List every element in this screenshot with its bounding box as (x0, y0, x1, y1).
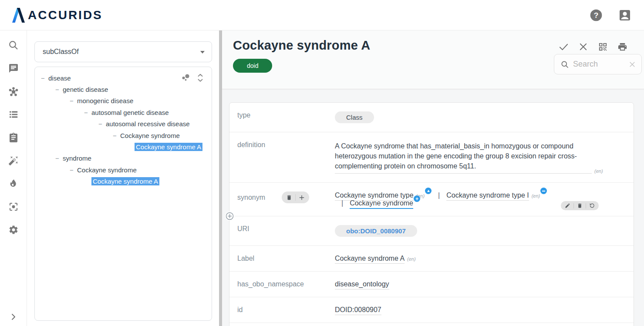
value-text[interactable]: Cockayne syndrome A (335, 255, 405, 264)
tree-collapse-toggle[interactable]: − (113, 132, 120, 139)
property-key: type (237, 111, 250, 119)
sidebar-item-graph[interactable] (8, 86, 19, 97)
sidebar-item-focus[interactable] (8, 202, 19, 212)
synonym-text[interactable]: Cockayne syndrome type I (446, 192, 529, 201)
tree-item-label[interactable]: autosomal recessive disease (106, 120, 190, 128)
tree-item-label[interactable]: Cockayne syndrome (120, 132, 180, 139)
brand-text: ACCURIDS (28, 8, 103, 22)
flame-icon (8, 178, 19, 189)
tree-item-label[interactable]: Cockayne syndrome A (135, 143, 202, 151)
value-pill: Class (335, 111, 374, 123)
property-value: obo:DOID_0080907 (335, 216, 634, 245)
property-search (554, 54, 642, 74)
property-value: A Cockayne syndrome that has_material_ba… (335, 132, 634, 182)
tree-row: −Cockayne syndrome (40, 130, 206, 141)
sidebar-item-comments[interactable] (8, 63, 19, 74)
add-statement-button[interactable] (225, 212, 234, 221)
panel-resizer[interactable] (219, 30, 222, 326)
account-icon[interactable] (618, 8, 632, 22)
sidebar-item-auto-fix[interactable] (8, 155, 19, 166)
tree-collapse-toggle[interactable]: − (41, 74, 48, 82)
uri-link[interactable]: obo:DOID_0080907 (335, 225, 417, 237)
trash-icon[interactable] (577, 203, 583, 208)
plus-glyph: + (415, 196, 418, 202)
tree-item-label[interactable]: disease (48, 74, 71, 82)
caret-up-badge-icon[interactable] (425, 188, 432, 194)
help-icon[interactable]: ? (589, 8, 603, 22)
tree-collapse-toggle[interactable]: − (98, 120, 106, 128)
sidebar-item-settings[interactable] (8, 225, 19, 235)
search-icon (560, 60, 569, 69)
hub-icon (8, 86, 19, 97)
value-text[interactable]: DOID:0080907 (335, 306, 381, 315)
synonym-item: Cockayne syndrome type I(en) (446, 192, 547, 199)
print-icon[interactable] (617, 42, 627, 52)
tree-row: −genetic disease (40, 84, 206, 95)
property-row-in-subset: in_subsetDO_rare_slim (229, 323, 634, 326)
wand-icon (8, 155, 19, 166)
app-window: ACCURIDS ? subClassOf −disease−genetic d… (0, 0, 644, 326)
tree-item-label[interactable]: genetic disease (63, 86, 108, 93)
value-text[interactable]: disease_ontology (335, 280, 389, 289)
qr-code-icon[interactable] (598, 42, 608, 52)
relation-selector-value: subClassOf (43, 48, 79, 56)
caret-up-glyph (427, 190, 430, 192)
tree-root-actions (182, 74, 206, 82)
tree-collapse-toggle[interactable]: − (55, 86, 63, 93)
synonym-text[interactable]: Cockayne syndrome (350, 199, 413, 209)
top-bar: ACCURIDS ? (0, 0, 644, 30)
language-tag: (en) (407, 256, 416, 262)
tree-item-label[interactable]: Cockayne syndrome (77, 166, 137, 174)
sidebar-item-lists[interactable] (8, 109, 19, 120)
property-value: DO_rare_slim (335, 323, 634, 326)
tree-item-label[interactable]: monogenic disease (77, 97, 133, 104)
undo-icon[interactable] (589, 203, 595, 208)
tree-collapse-toggle[interactable]: − (70, 166, 77, 174)
sidebar-expand-button[interactable] (10, 313, 17, 321)
synonym-row-actions (282, 192, 309, 203)
clipboard-icon (8, 132, 19, 143)
tree-collapse-toggle[interactable]: − (70, 97, 77, 104)
tree-row: −monogenic disease (40, 95, 206, 107)
hierarchy-panel: subClassOf −disease−genetic disease−mono… (27, 30, 219, 326)
search-input[interactable] (573, 60, 624, 69)
synonym-item: Cockayne syndrome+ (350, 199, 420, 207)
sidebar-item-search[interactable] (8, 40, 19, 50)
tree-item-label[interactable]: autosomal genetic disease (91, 109, 169, 116)
minus-badge-icon[interactable] (540, 188, 547, 194)
property-row-label: LabelCockayne syndrome A(en) (229, 246, 634, 272)
properties-table: typeClassdefinitionA Cockayne syndrome t… (229, 102, 634, 326)
tree-row: −syndrome (40, 153, 206, 164)
detail-body: typeClassdefinitionA Cockayne syndrome t… (222, 89, 644, 326)
property-row-uri: URIobo:DOID_0080907 (229, 216, 634, 246)
tree-collapse-toggle[interactable]: − (84, 109, 91, 116)
property-row-type: typeClass (229, 103, 634, 132)
clear-search-icon[interactable] (628, 60, 636, 68)
tree-collapse-toggle[interactable]: − (55, 155, 63, 162)
close-icon[interactable] (578, 42, 588, 52)
plus-icon[interactable] (299, 195, 305, 201)
unfold-icon[interactable] (197, 74, 204, 82)
trash-icon[interactable] (286, 195, 292, 201)
definition-text[interactable]: A Cockayne syndrome that has_material_ba… (335, 141, 592, 174)
confirm-icon[interactable] (559, 42, 569, 52)
property-row-synonym: synonymCockayne syndrome type(en)|Cockay… (229, 183, 634, 216)
property-key: has_obo_namespace (237, 280, 304, 288)
relation-selector[interactable]: subClassOf (34, 41, 212, 62)
language-tag: (en) (532, 193, 540, 198)
tree-row: Cockayne syndrome A (40, 141, 206, 152)
sidebar-item-tasks[interactable] (8, 132, 19, 143)
property-key: URI (237, 225, 250, 233)
edit-icon[interactable] (565, 203, 570, 208)
property-row-has-obo-namespace: has_obo_namespacedisease_ontology (229, 272, 634, 297)
tree-row: Cockayne syndrome A (40, 176, 206, 187)
detail-toolbar (559, 42, 627, 52)
tree-row: −autosomal recessive disease (40, 118, 206, 130)
icon-sidebar (0, 30, 27, 326)
plus-badge-icon[interactable]: + (414, 195, 420, 202)
ontology-badge: doid (233, 59, 272, 73)
tree-item-label[interactable]: syndrome (63, 155, 91, 162)
tree-item-label[interactable]: Cockayne syndrome A (91, 177, 159, 185)
sidebar-item-activity[interactable] (8, 178, 19, 189)
cluster-icon[interactable] (182, 74, 191, 82)
